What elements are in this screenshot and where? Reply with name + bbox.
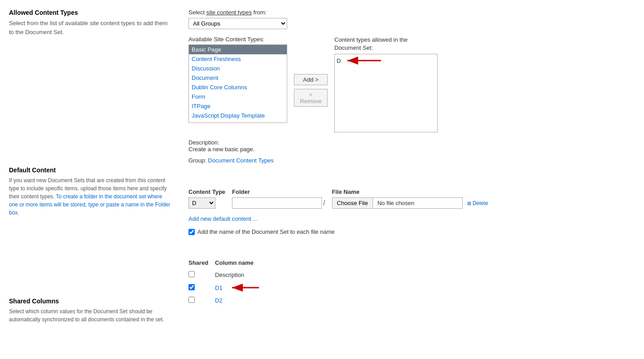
list-item[interactable]: JavaScript Display Template [189,111,287,120]
list-item[interactable]: Dublin Core Columns [189,83,287,92]
content-type-label: Content Type [188,188,225,195]
folder-label: Folder [232,188,325,195]
description-checkbox[interactable] [188,271,195,277]
d1-red-arrow-icon [228,283,261,292]
remove-button[interactable]: <Remove [294,89,328,107]
description-section: Description: Create a new basic page. [188,139,635,153]
list-item[interactable]: Form [189,92,287,101]
list-item[interactable]: Content Freshness [189,54,287,64]
description-label: Description: [188,139,219,146]
shared-columns-desc: Select which column values for the Docum… [9,307,171,324]
allowed-content-types-title: Allowed Content Types [9,9,171,16]
d2-column-name: D2 [215,294,268,306]
add-name-checkbox-label: Add the name of the Document Set to each… [197,228,335,235]
select-from-label: Select site content types from: [188,9,635,16]
available-label: Available Site Content Types: [188,36,287,43]
default-content-desc: If you want new Document Sets that are c… [9,176,171,217]
d1-checkbox[interactable] [188,284,195,290]
allowed-content-types-desc: Select from the list of available site c… [9,19,171,36]
list-item[interactable]: Discussion [189,64,287,73]
add-name-checkbox[interactable] [188,229,195,235]
folder-input[interactable] [232,197,322,209]
groups-dropdown[interactable]: All Groups [188,18,287,29]
allowed-list-box[interactable]: D [334,54,438,132]
default-content-link: To create a folder in the document set w… [9,193,171,216]
list-item[interactable]: Basic Page [189,45,287,54]
table-row: D2 [188,294,268,306]
add-name-checkbox-row: Add the name of the Document Set to each… [188,228,635,235]
allowed-item-d: D [337,57,341,64]
description-column-name: Description [215,269,268,281]
no-file-text: No file chosen [373,197,463,209]
choose-file-button[interactable]: Choose File [332,197,373,209]
description-text: Create a new basic page. [188,146,254,153]
folder-slash: / [323,199,325,207]
add-button[interactable]: Add > [294,74,328,85]
delete-icon: ⊠ [467,201,471,206]
add-new-default-content-link[interactable]: Add new default content ... [188,215,258,222]
d1-column-name: D1 [215,281,268,294]
select-from-underline: site content types [206,9,252,16]
shared-columns-title: Shared Columns [9,298,171,305]
group-section: Group: Document Content Types [188,157,635,164]
table-row: Description [188,269,268,281]
list-item[interactable]: Document [189,73,287,83]
default-content-title: Default Content [9,166,171,174]
allowed-label: Content types allowed in the Document Se… [334,36,438,52]
column-name-header: Column name [215,258,268,269]
file-name-label: File Name [332,188,488,195]
group-link[interactable]: Document Content Types [208,157,273,164]
table-row: D1 [188,281,268,294]
shared-header: Shared [188,258,215,269]
shared-columns-table: Shared Column name Description D1 [188,258,268,306]
d2-checkbox[interactable] [188,297,195,303]
red-arrow-icon [343,56,383,65]
content-type-select[interactable]: D [188,197,215,209]
delete-link[interactable]: ⊠Delete [467,200,488,206]
available-list-box[interactable]: Basic Page Content Freshness Discussion … [188,44,287,123]
list-item[interactable]: ITPage [189,101,287,111]
